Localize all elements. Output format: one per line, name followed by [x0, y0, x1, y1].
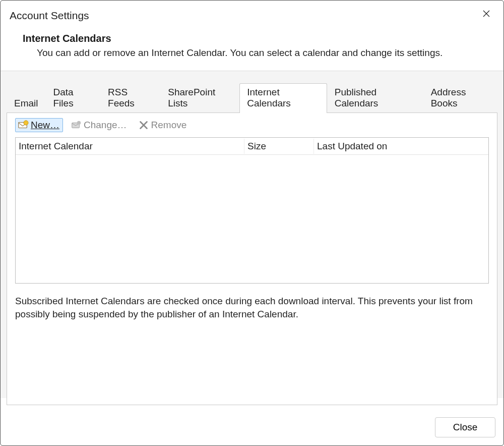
info-note: Subscribed Internet Calendars are checke… [15, 284, 489, 320]
change-button: Change… [68, 118, 131, 132]
new-button-label: New… [31, 120, 59, 131]
section-description: You can add or remove an Internet Calend… [1, 44, 503, 71]
tab-internet-calendars[interactable]: Internet Calendars [239, 83, 327, 113]
column-header-size[interactable]: Size [244, 139, 314, 154]
svg-point-1 [24, 121, 28, 125]
new-mail-icon [18, 120, 29, 131]
calendar-table[interactable]: Internet Calendar Size Last Updated on [15, 137, 489, 284]
remove-button-label: Remove [151, 120, 187, 131]
tab-address-books[interactable]: Address Books [423, 83, 497, 113]
dialog-header: Account Settings [1, 1, 503, 26]
dialog-footer: Close [435, 417, 495, 437]
table-header-row: Internet Calendar Size Last Updated on [16, 138, 488, 155]
svg-point-3 [77, 121, 81, 125]
tab-panel-internet-calendars: New… Change… Remove [7, 113, 497, 405]
tab-sharepoint-lists[interactable]: SharePoint Lists [160, 83, 239, 113]
remove-icon [138, 120, 149, 131]
toolbar: New… Change… Remove [15, 118, 489, 137]
column-header-updated[interactable]: Last Updated on [314, 139, 488, 154]
new-button[interactable]: New… [15, 118, 63, 132]
tab-strip: Email Data Files RSS Feeds SharePoint Li… [7, 71, 497, 113]
content-area: Email Data Files RSS Feeds SharePoint Li… [1, 71, 503, 398]
change-button-label: Change… [84, 120, 127, 131]
tab-rss-feeds[interactable]: RSS Feeds [100, 83, 160, 113]
close-button[interactable]: Close [435, 417, 495, 437]
window-close-button[interactable] [479, 8, 493, 22]
change-icon [71, 120, 82, 131]
tab-email[interactable]: Email [7, 94, 46, 113]
tab-data-files[interactable]: Data Files [46, 83, 101, 113]
dialog-title: Account Settings [10, 10, 491, 22]
close-icon [482, 9, 491, 20]
remove-button: Remove [136, 118, 191, 132]
section-title: Internet Calendars [23, 33, 503, 44]
tab-published-calendars[interactable]: Published Calendars [327, 83, 423, 113]
column-header-name[interactable]: Internet Calendar [16, 139, 244, 154]
